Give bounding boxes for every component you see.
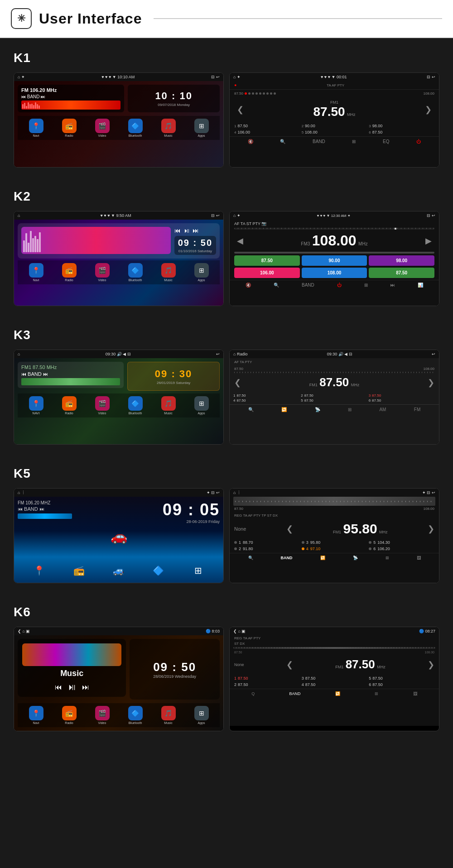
- k6-search[interactable]: Q: [251, 691, 255, 696]
- k5-prev[interactable]: ❮: [286, 524, 293, 534]
- k3-prev[interactable]: ❮: [234, 378, 241, 388]
- k5-preset-5[interactable]: 497.10: [302, 547, 367, 551]
- nav-navi-k5[interactable]: 📍: [33, 564, 46, 577]
- preset-3-k1[interactable]: 398.00: [369, 124, 434, 128]
- preset-6-k1[interactable]: 687.50: [369, 130, 434, 134]
- k5-grid[interactable]: ⊞: [386, 556, 389, 560]
- k6-loop[interactable]: 🔁: [335, 691, 340, 696]
- nav-radio-k3[interactable]: 📻 Radio: [62, 396, 77, 415]
- band-btn-k1[interactable]: BAND: [313, 139, 325, 144]
- k3-preset-1[interactable]: 187.50: [233, 393, 300, 398]
- k6-playpause[interactable]: ⏯: [67, 682, 77, 692]
- k2-playpause[interactable]: ⏯: [183, 227, 190, 234]
- nav-radio-k6[interactable]: 📻 Radio: [62, 706, 77, 724]
- k5-img[interactable]: 🖼: [417, 556, 421, 560]
- nav-video-k6[interactable]: 🎬 Video: [95, 706, 110, 724]
- nav-icon-navi-k1[interactable]: 📍: [29, 119, 43, 133]
- k3-search[interactable]: 🔍: [248, 407, 254, 412]
- nav-car-k5[interactable]: 🚙: [112, 564, 125, 577]
- k2-skip[interactable]: ⏭: [390, 283, 395, 288]
- k2-next[interactable]: ⏭: [193, 227, 199, 234]
- nav-bt-k5[interactable]: 🔷: [152, 564, 165, 577]
- k2-next-btn[interactable]: ▶: [425, 236, 432, 246]
- nav-music-k6[interactable]: 🎵 Music: [161, 706, 176, 724]
- k2-grid[interactable]: ⊞: [364, 283, 368, 288]
- preset-2-k1[interactable]: 290.00: [302, 124, 367, 128]
- k5-search[interactable]: 🔍: [248, 556, 253, 560]
- preset-5-k1[interactable]: 5108.00: [302, 130, 367, 134]
- prev-btn-k1[interactable]: ❮: [237, 105, 244, 115]
- nav-icon-radio-k6[interactable]: 📻: [62, 706, 77, 720]
- k5-loop[interactable]: 🔁: [320, 556, 325, 560]
- k2-btns[interactable]: ⏮ ⏯ ⏭: [174, 227, 216, 234]
- k6-player-controls[interactable]: ⏮ ⏯ ⏭: [55, 682, 89, 692]
- nav-icon-apps-k1[interactable]: ⊞: [194, 119, 209, 133]
- nav-icon-bt-k3[interactable]: 🔷: [128, 396, 143, 411]
- nav-radio-k2[interactable]: 📻 Radio: [62, 263, 77, 282]
- k2-preset-2[interactable]: 90.00: [302, 255, 367, 266]
- nav-video-k3[interactable]: 🎬 Video: [95, 396, 110, 415]
- k3-loop[interactable]: 🔁: [281, 407, 287, 412]
- nav-icon-video-k6[interactable]: 🎬: [95, 706, 110, 720]
- nav-icon-video-k1[interactable]: 🎬: [95, 119, 110, 133]
- nav-bt-k1[interactable]: 🔷 Bluetooth: [128, 119, 143, 137]
- k5-preset-4[interactable]: 291.80: [234, 547, 300, 551]
- k2-band[interactable]: BAND: [302, 283, 314, 288]
- k3-preset-4[interactable]: 487.50: [233, 398, 300, 403]
- k2-preset-5[interactable]: 108.00: [302, 268, 367, 278]
- k6-preset-1[interactable]: 187.50: [234, 676, 300, 681]
- k6-img[interactable]: 🖼: [413, 691, 417, 696]
- search-btn-k1[interactable]: 🔍: [280, 139, 285, 144]
- k2-preset-1[interactable]: 87.50: [234, 255, 300, 266]
- k3-next[interactable]: ❯: [428, 378, 434, 388]
- k5-preset-2[interactable]: 395.80: [302, 540, 367, 545]
- power-btn-k1[interactable]: ⏻: [416, 139, 421, 144]
- nav-icon-navi-k6[interactable]: 📍: [29, 706, 43, 720]
- nav-music-k2[interactable]: 🎵 Music: [161, 263, 176, 282]
- nav-navi-k2[interactable]: 📍 Navi: [29, 263, 43, 282]
- k2-preset-6[interactable]: 87.50: [369, 268, 434, 278]
- nav-icon-bt-k6[interactable]: 🔷: [128, 706, 143, 720]
- k3-am[interactable]: AM: [379, 407, 386, 412]
- nav-icon-bt-k2[interactable]: 🔷: [128, 263, 143, 278]
- k5-preset-6[interactable]: 6106.20: [369, 547, 434, 551]
- nav-navi-k3[interactable]: 📍 NAVI: [29, 396, 43, 415]
- nav-music-k1[interactable]: 🎵 Music: [161, 119, 176, 137]
- k5-preset-1[interactable]: 188.70: [234, 540, 300, 545]
- k3-antenna[interactable]: 📡: [315, 407, 320, 412]
- nav-icon-apps-k2[interactable]: ⊞: [194, 263, 209, 278]
- radio-controls-k1[interactable]: ⏮ BAND ⏭: [21, 94, 120, 99]
- preset-4-k1[interactable]: 4106.00: [234, 130, 300, 134]
- k3-preset-5[interactable]: 587.50: [301, 398, 367, 403]
- nav-icon-bt-k1[interactable]: 🔷: [128, 119, 143, 133]
- nav-icon-radio-k1[interactable]: 📻: [62, 119, 77, 133]
- nav-music-k3[interactable]: 🎵 Music: [161, 396, 176, 415]
- nav-apps-k6[interactable]: ⊞ Apps: [194, 706, 209, 724]
- k5-next[interactable]: ❯: [428, 524, 434, 534]
- k2-preset-4[interactable]: 106.00: [234, 268, 300, 278]
- nav-icon-radio-k2[interactable]: 📻: [62, 263, 77, 278]
- nav-icon-music-k2[interactable]: 🎵: [161, 263, 176, 278]
- nav-bt-k3[interactable]: 🔷 Bluetooth: [128, 396, 143, 415]
- mute-btn-k1[interactable]: 🔇: [248, 139, 253, 144]
- nav-apps-k3[interactable]: ⊞ Apps: [194, 396, 209, 415]
- k6-next[interactable]: ❯: [428, 660, 434, 670]
- k5-band[interactable]: BAND: [281, 556, 293, 560]
- nav-icon-video-k2[interactable]: 🎬: [95, 263, 110, 278]
- k6-preset-3[interactable]: 587.50: [369, 676, 434, 681]
- nav-apps-k2[interactable]: ⊞ Apps: [194, 263, 209, 282]
- k5-preset-3[interactable]: 5104.30: [369, 540, 434, 545]
- nav-video-k2[interactable]: 🎬 Video: [95, 263, 110, 282]
- nav-radio-k5[interactable]: 📻: [72, 564, 86, 577]
- nav-navi-k1[interactable]: 📍 Navi: [29, 119, 43, 137]
- k2-preset-3[interactable]: 98.00: [369, 255, 434, 266]
- k6-preset-6[interactable]: 687.50: [369, 682, 434, 687]
- nav-video-k1[interactable]: 🎬 Video: [95, 119, 110, 137]
- next-btn-k1[interactable]: ❯: [425, 105, 432, 115]
- nav-icon-navi-k2[interactable]: 📍: [29, 263, 43, 278]
- k3-preset-2[interactable]: 287.50: [301, 393, 367, 398]
- k3-preset-3[interactable]: 387.50: [369, 393, 435, 398]
- nav-icon-apps-k3[interactable]: ⊞: [194, 396, 209, 411]
- k6-prev[interactable]: ⏮: [55, 683, 62, 691]
- k3-grid[interactable]: ⊞: [348, 407, 352, 412]
